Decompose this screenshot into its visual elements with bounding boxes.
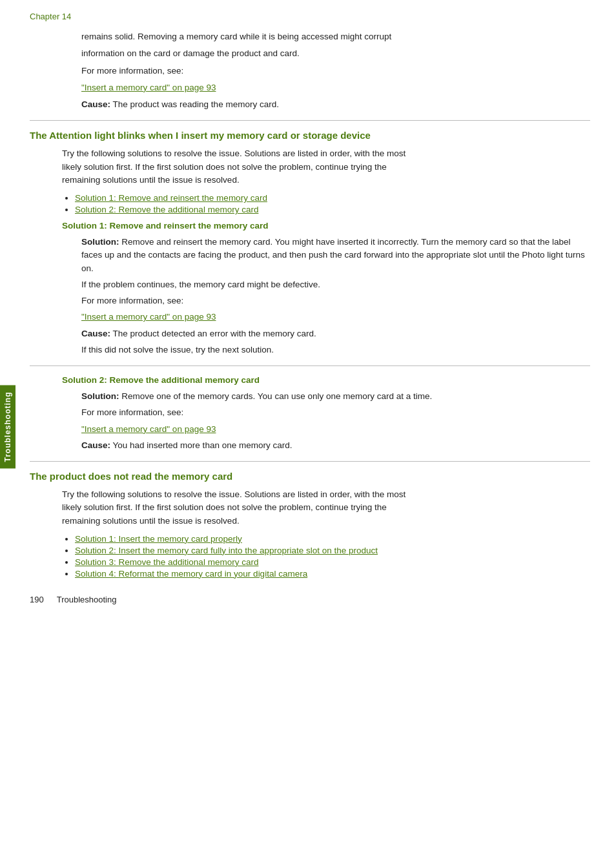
sub2-link-anchor[interactable]: "Insert a memory card" on page 93 [81, 424, 216, 434]
intro-cause: Cause: The product was reading the memor… [81, 98, 590, 111]
intro-cause-text: The product was reading the memory card. [113, 99, 279, 109]
section1-intro3: remaining solutions until the issue is r… [62, 174, 590, 187]
sub2-cause-text: You had inserted more than one memory ca… [113, 440, 293, 450]
section2-intro2: likely solution first. If the first solu… [62, 501, 590, 514]
intro-link-anchor[interactable]: "Insert a memory card" on page 93 [81, 83, 216, 92]
intro-link1[interactable]: "Insert a memory card" on page 93 [81, 81, 590, 94]
sub2-cause-label: Cause: [81, 440, 110, 450]
section1-heading: The Attention light blinks when I insert… [30, 130, 590, 141]
section2-intro3: remaining solutions until the issue is r… [62, 515, 590, 528]
section2-bullet3-link[interactable]: Solution 3: Remove the additional memory… [75, 557, 258, 567]
sub2-solution-body: Remove one of the memory cards. You can … [121, 391, 432, 401]
intro-line2: information on the card or damage the pr… [81, 47, 590, 60]
intro-block: remains solid. Removing a memory card wh… [81, 30, 590, 111]
sidebar-label: Troubleshooting [0, 385, 15, 468]
footer-label: Troubleshooting [57, 595, 117, 604]
chapter-label: Chapter 14 [30, 12, 590, 21]
page-footer: 190 Troubleshooting [30, 591, 590, 604]
section1-intro1: Try the following solutions to resolve t… [62, 147, 590, 160]
page-number: 190 [30, 595, 44, 604]
sub1-link-anchor[interactable]: "Insert a memory card" on page 93 [81, 312, 216, 322]
intro-line1: remains solid. Removing a memory card wh… [81, 30, 590, 43]
sub2-solution-text: Solution: Remove one of the memory cards… [81, 390, 590, 403]
sub1-solution-text: Solution: Remove and reinsert the memory… [81, 236, 590, 275]
section2-bullets: Solution 1: Insert the memory card prope… [75, 534, 590, 579]
list-item[interactable]: Solution 2: Remove the additional memory… [75, 205, 590, 214]
section1-intro: Try the following solutions to resolve t… [62, 147, 590, 187]
divider-2 [30, 365, 590, 366]
intro-cause-label: Cause: [81, 99, 110, 109]
sub2-solution-block: Solution: Remove one of the memory cards… [81, 390, 590, 452]
main-content: Chapter 14 remains solid. Removing a mem… [18, 0, 616, 853]
list-item[interactable]: Solution 1: Insert the memory card prope… [75, 534, 590, 544]
sub2-link[interactable]: "Insert a memory card" on page 93 [81, 423, 590, 436]
section1-bullet2-link[interactable]: Solution 2: Remove the additional memory… [75, 205, 258, 214]
list-item[interactable]: Solution 2: Insert the memory card fully… [75, 546, 590, 555]
sub1-cause: Cause: The product detected an error wit… [81, 327, 590, 340]
section2-heading: The product does not read the memory car… [30, 471, 590, 482]
sub1-link[interactable]: "Insert a memory card" on page 93 [81, 311, 590, 324]
sub1-cause-text: The product detected an error with the m… [113, 329, 316, 338]
section2-bullet4-link[interactable]: Solution 4: Reformat the memory card in … [75, 569, 307, 579]
sub2-heading: Solution 2: Remove the additional memory… [62, 375, 590, 385]
sub2-solution-label: Solution: [81, 391, 119, 401]
list-item[interactable]: Solution 1: Remove and reinsert the memo… [75, 193, 590, 203]
section1-bullets: Solution 1: Remove and reinsert the memo… [75, 193, 590, 214]
divider-1 [30, 120, 590, 121]
list-item[interactable]: Solution 3: Remove the additional memory… [75, 557, 590, 567]
sub1-for-more: For more information, see: [81, 294, 590, 307]
sub1-solution-body: Remove and reinsert the memory card. You… [81, 237, 585, 273]
sub1-solution-label: Solution: [81, 237, 119, 247]
intro-for-more: For more information, see: [81, 65, 590, 77]
sub1-heading: Solution 1: Remove and reinsert the memo… [62, 221, 590, 231]
page-container: Troubleshooting Chapter 14 remains solid… [0, 0, 616, 853]
sub1-if-not: If this did not solve the issue, try the… [81, 344, 590, 356]
sub1-cause-label: Cause: [81, 329, 110, 338]
list-item[interactable]: Solution 4: Reformat the memory card in … [75, 569, 590, 579]
sub1-solution-block: Solution: Remove and reinsert the memory… [81, 236, 590, 356]
section2-bullet1-link[interactable]: Solution 1: Insert the memory card prope… [75, 534, 242, 544]
section2-bullet2-link[interactable]: Solution 2: Insert the memory card fully… [75, 546, 378, 555]
section1-intro2: likely solution first. If the first solu… [62, 161, 590, 174]
sub2-cause: Cause: You had inserted more than one me… [81, 439, 590, 452]
section2-intro: Try the following solutions to resolve t… [62, 488, 590, 528]
sub2-for-more: For more information, see: [81, 406, 590, 419]
divider-3 [30, 461, 590, 462]
section2-intro1: Try the following solutions to resolve t… [62, 488, 590, 501]
section1-bullet1-link[interactable]: Solution 1: Remove and reinsert the memo… [75, 193, 267, 203]
sidebar-tab: Troubleshooting [0, 0, 18, 853]
sub1-if-problem: If the problem continues, the memory car… [81, 278, 590, 291]
